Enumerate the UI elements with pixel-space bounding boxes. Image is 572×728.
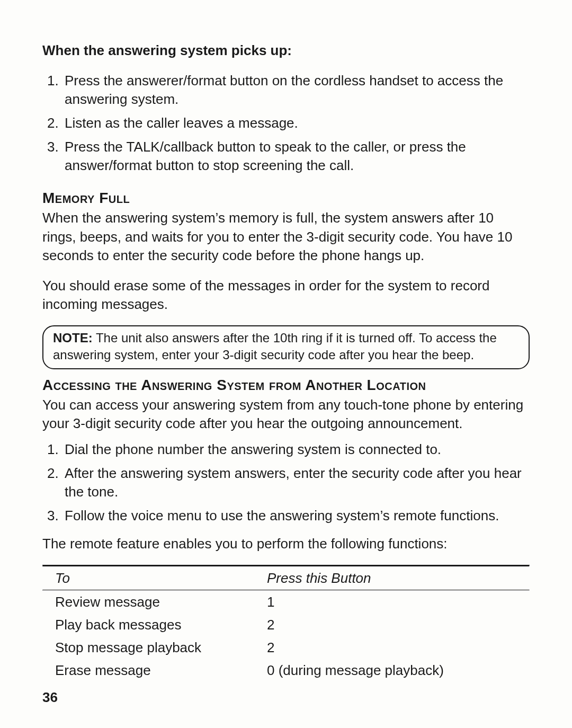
list-item: After the answering system answers, ente… [62, 464, 530, 501]
note-box: NOTE: The unit also answers after the 10… [42, 325, 530, 369]
table-row: Review message 1 [42, 591, 530, 614]
remote-access-paragraph-1: You can access your answering system fro… [42, 396, 530, 433]
table-cell-to: Stop message playback [55, 640, 267, 656]
remote-steps-list: Dial the phone number the answering syst… [42, 440, 530, 525]
table-cell-btn: 2 [267, 640, 530, 656]
list-item: Dial the phone number the answering syst… [62, 440, 530, 459]
memory-full-paragraph-1: When the answering system’s memory is fu… [42, 209, 530, 264]
memory-full-paragraph-2: You should erase some of the messages in… [42, 277, 530, 314]
table-cell-btn: 1 [267, 594, 530, 610]
table-cell-btn: 0 (during message playback) [267, 662, 530, 679]
remote-functions-table: To Press this Button Review message 1 Pl… [42, 565, 530, 682]
table-header-to: To [55, 570, 267, 587]
remote-feature-intro: The remote feature enables you to perfor… [42, 535, 530, 553]
list-item: Press the TALK/callback button to speak … [62, 138, 530, 175]
list-item: Press the answerer/format button on the … [62, 72, 530, 109]
list-item: Follow the voice menu to use the answeri… [62, 507, 530, 525]
intro-heading: When the answering system picks up: [42, 42, 530, 59]
table-row: Stop message playback 2 [42, 636, 530, 659]
note-text: The unit also answers after the 10th rin… [53, 331, 497, 362]
table-cell-to: Erase message [55, 662, 267, 679]
note-label: NOTE: [53, 331, 93, 345]
table-cell-to: Play back messages [55, 617, 267, 633]
table-cell-btn: 2 [267, 617, 530, 633]
page-number: 36 [42, 689, 58, 706]
table-row: Play back messages 2 [42, 614, 530, 636]
table-cell-to: Review message [55, 594, 267, 610]
table-header-btn: Press this Button [267, 570, 530, 587]
memory-full-heading: Memory Full [42, 190, 530, 207]
manual-page: When the answering system picks up: Pres… [0, 0, 572, 728]
table-header-row: To Press this Button [42, 567, 530, 590]
list-item: Listen as the caller leaves a message. [62, 114, 530, 132]
remote-access-heading: Accessing the Answering System from Anot… [42, 377, 530, 394]
table-row: Erase message 0 (during message playback… [42, 659, 530, 682]
pickup-steps-list: Press the answerer/format button on the … [42, 72, 530, 175]
